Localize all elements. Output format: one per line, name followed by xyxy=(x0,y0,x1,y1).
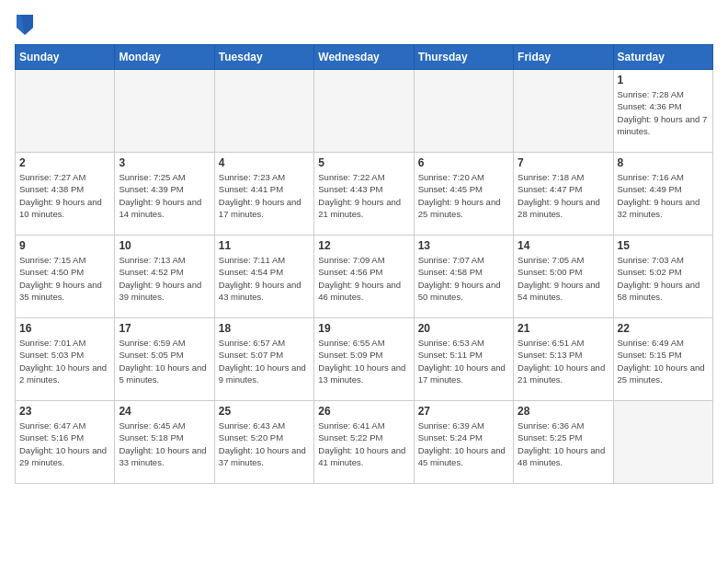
day-number: 24 xyxy=(119,405,210,418)
calendar-cell: 11Sunrise: 7:11 AM Sunset: 4:54 PM Dayli… xyxy=(214,236,313,318)
day-info: Sunrise: 7:13 AM Sunset: 4:52 PM Dayligh… xyxy=(119,254,210,303)
calendar-cell: 3Sunrise: 7:25 AM Sunset: 4:39 PM Daylig… xyxy=(115,153,214,236)
day-info: Sunrise: 7:23 AM Sunset: 4:41 PM Dayligh… xyxy=(219,171,310,220)
day-number: 1 xyxy=(618,74,709,86)
calendar-cell: 27Sunrise: 6:39 AM Sunset: 5:24 PM Dayli… xyxy=(414,401,513,484)
day-number: 14 xyxy=(518,239,609,252)
day-number: 6 xyxy=(418,156,509,169)
calendar-week-1: 1Sunrise: 7:28 AM Sunset: 4:36 PM Daylig… xyxy=(16,70,713,153)
day-number: 12 xyxy=(318,239,409,252)
day-info: Sunrise: 7:22 AM Sunset: 4:43 PM Dayligh… xyxy=(318,171,409,220)
day-info: Sunrise: 6:41 AM Sunset: 5:22 PM Dayligh… xyxy=(318,419,409,468)
calendar-cell: 9Sunrise: 7:15 AM Sunset: 4:50 PM Daylig… xyxy=(16,236,115,318)
day-number: 25 xyxy=(219,405,310,418)
calendar-cell: 10Sunrise: 7:13 AM Sunset: 4:52 PM Dayli… xyxy=(115,236,214,318)
calendar-table: SundayMondayTuesdayWednesdayThursdayFrid… xyxy=(15,44,713,484)
weekday-header-row: SundayMondayTuesdayWednesdayThursdayFrid… xyxy=(16,45,713,70)
day-number: 18 xyxy=(219,322,310,335)
day-number: 5 xyxy=(318,156,409,169)
day-number: 13 xyxy=(418,239,509,252)
day-number: 21 xyxy=(518,322,609,335)
calendar-week-4: 16Sunrise: 7:01 AM Sunset: 5:03 PM Dayli… xyxy=(16,318,713,401)
day-info: Sunrise: 6:39 AM Sunset: 5:24 PM Dayligh… xyxy=(418,419,509,468)
day-info: Sunrise: 7:09 AM Sunset: 4:56 PM Dayligh… xyxy=(318,254,409,303)
calendar-cell xyxy=(314,70,414,153)
day-info: Sunrise: 7:03 AM Sunset: 5:02 PM Dayligh… xyxy=(618,254,709,303)
day-number: 17 xyxy=(119,322,210,335)
day-info: Sunrise: 6:59 AM Sunset: 5:05 PM Dayligh… xyxy=(119,337,210,385)
day-number: 11 xyxy=(219,239,310,252)
logo xyxy=(15,15,33,35)
calendar-cell: 26Sunrise: 6:41 AM Sunset: 5:22 PM Dayli… xyxy=(314,401,414,484)
calendar-cell: 15Sunrise: 7:03 AM Sunset: 5:02 PM Dayli… xyxy=(613,236,712,318)
day-number: 9 xyxy=(19,239,110,252)
calendar-cell xyxy=(16,70,115,153)
calendar-cell: 17Sunrise: 6:59 AM Sunset: 5:05 PM Dayli… xyxy=(115,318,214,401)
day-info: Sunrise: 7:27 AM Sunset: 4:38 PM Dayligh… xyxy=(19,171,110,220)
day-number: 8 xyxy=(618,156,709,169)
day-info: Sunrise: 6:45 AM Sunset: 5:18 PM Dayligh… xyxy=(119,419,210,468)
weekday-header-saturday: Saturday xyxy=(613,45,712,70)
day-number: 23 xyxy=(19,405,110,418)
day-info: Sunrise: 7:16 AM Sunset: 4:49 PM Dayligh… xyxy=(618,171,709,220)
weekday-header-thursday: Thursday xyxy=(414,45,513,70)
calendar-week-2: 2Sunrise: 7:27 AM Sunset: 4:38 PM Daylig… xyxy=(16,153,713,236)
day-info: Sunrise: 7:01 AM Sunset: 5:03 PM Dayligh… xyxy=(19,337,110,385)
weekday-header-tuesday: Tuesday xyxy=(214,45,313,70)
day-info: Sunrise: 6:53 AM Sunset: 5:11 PM Dayligh… xyxy=(418,337,509,385)
calendar-cell: 5Sunrise: 7:22 AM Sunset: 4:43 PM Daylig… xyxy=(314,153,414,236)
day-number: 15 xyxy=(618,239,709,252)
day-number: 26 xyxy=(318,405,409,418)
calendar-cell: 22Sunrise: 6:49 AM Sunset: 5:15 PM Dayli… xyxy=(613,318,712,401)
calendar-cell: 4Sunrise: 7:23 AM Sunset: 4:41 PM Daylig… xyxy=(214,153,313,236)
calendar-cell: 20Sunrise: 6:53 AM Sunset: 5:11 PM Dayli… xyxy=(414,318,513,401)
calendar-cell xyxy=(514,70,613,153)
day-number: 10 xyxy=(119,239,210,252)
calendar-cell: 8Sunrise: 7:16 AM Sunset: 4:49 PM Daylig… xyxy=(613,153,712,236)
day-number: 28 xyxy=(518,405,609,418)
day-info: Sunrise: 6:55 AM Sunset: 5:09 PM Dayligh… xyxy=(318,337,409,385)
day-number: 2 xyxy=(19,156,110,169)
day-info: Sunrise: 6:49 AM Sunset: 5:15 PM Dayligh… xyxy=(618,337,709,385)
calendar-cell xyxy=(414,70,513,153)
day-info: Sunrise: 6:43 AM Sunset: 5:20 PM Dayligh… xyxy=(219,419,310,468)
weekday-header-wednesday: Wednesday xyxy=(314,45,414,70)
day-number: 3 xyxy=(119,156,210,169)
day-number: 27 xyxy=(418,405,509,418)
calendar-cell: 7Sunrise: 7:18 AM Sunset: 4:47 PM Daylig… xyxy=(514,153,613,236)
day-info: Sunrise: 7:25 AM Sunset: 4:39 PM Dayligh… xyxy=(119,171,210,220)
day-info: Sunrise: 7:20 AM Sunset: 4:45 PM Dayligh… xyxy=(418,171,509,220)
day-number: 16 xyxy=(19,322,110,335)
day-info: Sunrise: 7:07 AM Sunset: 4:58 PM Dayligh… xyxy=(418,254,509,303)
day-number: 7 xyxy=(518,156,609,169)
weekday-header-friday: Friday xyxy=(514,45,613,70)
day-info: Sunrise: 7:11 AM Sunset: 4:54 PM Dayligh… xyxy=(219,254,310,303)
calendar-cell xyxy=(613,401,712,484)
calendar-cell: 1Sunrise: 7:28 AM Sunset: 4:36 PM Daylig… xyxy=(613,70,712,153)
calendar-cell: 25Sunrise: 6:43 AM Sunset: 5:20 PM Dayli… xyxy=(214,401,313,484)
calendar-cell: 21Sunrise: 6:51 AM Sunset: 5:13 PM Dayli… xyxy=(514,318,613,401)
calendar-cell: 28Sunrise: 6:36 AM Sunset: 5:25 PM Dayli… xyxy=(514,401,613,484)
day-info: Sunrise: 7:15 AM Sunset: 4:50 PM Dayligh… xyxy=(19,254,110,303)
calendar-cell xyxy=(214,70,313,153)
calendar-week-5: 23Sunrise: 6:47 AM Sunset: 5:16 PM Dayli… xyxy=(16,401,713,484)
day-info: Sunrise: 7:28 AM Sunset: 4:36 PM Dayligh… xyxy=(618,88,709,137)
day-info: Sunrise: 7:05 AM Sunset: 5:00 PM Dayligh… xyxy=(518,254,609,303)
calendar-cell: 13Sunrise: 7:07 AM Sunset: 4:58 PM Dayli… xyxy=(414,236,513,318)
day-info: Sunrise: 6:47 AM Sunset: 5:16 PM Dayligh… xyxy=(19,419,110,468)
day-number: 19 xyxy=(318,322,409,335)
calendar-cell: 12Sunrise: 7:09 AM Sunset: 4:56 PM Dayli… xyxy=(314,236,414,318)
weekday-header-monday: Monday xyxy=(115,45,214,70)
calendar-cell: 24Sunrise: 6:45 AM Sunset: 5:18 PM Dayli… xyxy=(115,401,214,484)
day-number: 4 xyxy=(219,156,310,169)
weekday-header-sunday: Sunday xyxy=(16,45,115,70)
calendar-cell: 2Sunrise: 7:27 AM Sunset: 4:38 PM Daylig… xyxy=(16,153,115,236)
calendar-cell: 16Sunrise: 7:01 AM Sunset: 5:03 PM Dayli… xyxy=(16,318,115,401)
logo-icon xyxy=(17,15,33,35)
day-info: Sunrise: 6:57 AM Sunset: 5:07 PM Dayligh… xyxy=(219,337,310,385)
calendar-week-3: 9Sunrise: 7:15 AM Sunset: 4:50 PM Daylig… xyxy=(16,236,713,318)
day-info: Sunrise: 7:18 AM Sunset: 4:47 PM Dayligh… xyxy=(518,171,609,220)
day-number: 20 xyxy=(418,322,509,335)
calendar-cell: 6Sunrise: 7:20 AM Sunset: 4:45 PM Daylig… xyxy=(414,153,513,236)
calendar-cell: 23Sunrise: 6:47 AM Sunset: 5:16 PM Dayli… xyxy=(16,401,115,484)
